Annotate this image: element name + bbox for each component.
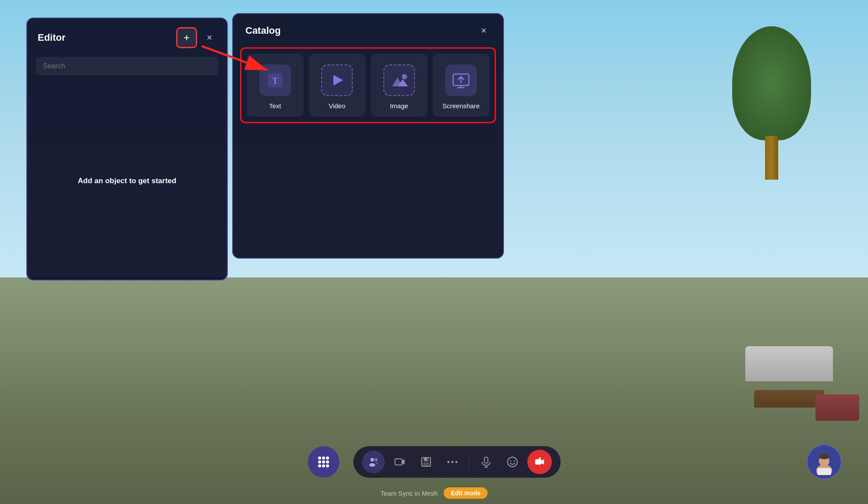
- catalog-items-grid: T Text Video: [247, 54, 489, 117]
- catalog-title: Catalog: [245, 25, 281, 36]
- svg-point-17: [326, 461, 329, 464]
- svg-point-18: [318, 465, 321, 468]
- svg-rect-39: [535, 459, 541, 465]
- screenshare-icon-container: [445, 64, 477, 96]
- ottoman: [815, 394, 859, 421]
- image-icon-container: [383, 64, 415, 96]
- svg-text:T: T: [272, 75, 278, 86]
- svg-point-23: [375, 458, 377, 461]
- grid-dots-button[interactable]: [308, 446, 339, 478]
- coffee-table: [754, 390, 824, 408]
- editor-header-actions: + ×: [176, 27, 216, 48]
- plus-icon: +: [184, 32, 190, 44]
- svg-rect-28: [423, 462, 429, 466]
- svg-point-7: [402, 74, 407, 79]
- tree-crown: [732, 26, 811, 140]
- more-icon: [446, 460, 458, 464]
- svg-rect-24: [395, 459, 402, 465]
- camera-button[interactable]: [388, 451, 411, 473]
- grid-dots-icon: [316, 454, 331, 469]
- screenshare-item-label: Screenshare: [443, 102, 480, 110]
- svg-point-31: [451, 461, 453, 463]
- toolbar-bar: [353, 446, 560, 478]
- video-icon: [327, 71, 347, 90]
- svg-point-21: [370, 458, 374, 461]
- avatar-icon: [811, 449, 837, 475]
- editor-title: Editor: [38, 32, 66, 43]
- svg-point-15: [318, 461, 321, 464]
- svg-point-36: [507, 457, 517, 467]
- more-button[interactable]: [441, 451, 464, 473]
- text-icon-container: T: [259, 64, 291, 96]
- svg-point-30: [447, 461, 450, 463]
- bottom-toolbar: [308, 446, 560, 478]
- editor-close-button[interactable]: ×: [202, 31, 216, 45]
- toolbar-divider: [469, 455, 469, 469]
- people-button[interactable]: [362, 451, 385, 473]
- video-icon-container: [321, 64, 353, 96]
- emoji-button[interactable]: [501, 451, 524, 473]
- status-bar: Team Sync in Mesh Edit mode: [380, 487, 488, 499]
- save-icon: [420, 456, 432, 468]
- screenshare-icon: [451, 71, 471, 90]
- people-icon: [368, 456, 379, 468]
- image-icon: [390, 71, 409, 90]
- editor-search-input[interactable]: [36, 57, 218, 75]
- catalog-item-image[interactable]: Image: [371, 54, 428, 117]
- svg-point-19: [322, 465, 325, 468]
- svg-rect-33: [484, 457, 488, 463]
- svg-marker-4: [333, 75, 343, 85]
- svg-rect-29: [424, 458, 426, 461]
- editor-empty-message: Add an object to get started: [27, 82, 227, 280]
- svg-rect-45: [817, 468, 831, 475]
- background-furniture: [745, 346, 833, 381]
- svg-point-20: [326, 465, 329, 468]
- svg-point-12: [318, 457, 321, 460]
- text-icon: T: [266, 71, 285, 90]
- svg-point-22: [369, 463, 375, 467]
- svg-point-16: [322, 461, 325, 464]
- team-sync-text: Team Sync in Mesh: [380, 490, 438, 497]
- catalog-panel: Catalog × T Text: [232, 13, 504, 259]
- avatar-button[interactable]: [807, 444, 842, 479]
- svg-marker-40: [541, 459, 544, 465]
- tree-trunk: [765, 136, 778, 180]
- image-item-label: Image: [390, 102, 408, 110]
- camera-icon: [394, 456, 405, 468]
- save-button[interactable]: [415, 451, 437, 473]
- svg-point-37: [510, 461, 511, 462]
- sofa: [745, 346, 833, 381]
- close-icon: ×: [207, 32, 213, 43]
- svg-point-32: [455, 461, 457, 463]
- svg-rect-41: [539, 458, 541, 460]
- catalog-item-video[interactable]: Video: [309, 54, 366, 117]
- close-icon: ×: [481, 25, 487, 36]
- edit-mode-badge[interactable]: Edit mode: [444, 487, 488, 499]
- mic-icon: [480, 456, 492, 468]
- mic-button[interactable]: [475, 451, 497, 473]
- catalog-close-button[interactable]: ×: [477, 24, 491, 38]
- editor-header: Editor + ×: [27, 18, 227, 57]
- video-item-label: Video: [329, 102, 345, 110]
- catalog-items-highlighted: T Text Video: [240, 47, 496, 123]
- editor-panel: Editor + × Add an object to get started: [26, 18, 228, 280]
- svg-point-38: [514, 461, 515, 462]
- add-object-button[interactable]: +: [176, 27, 197, 48]
- svg-point-14: [326, 457, 329, 460]
- background-tree: [728, 26, 815, 180]
- record-icon: [534, 456, 545, 468]
- catalog-header: Catalog ×: [233, 14, 503, 47]
- catalog-item-text[interactable]: T Text: [247, 54, 304, 117]
- emoji-icon: [507, 456, 518, 468]
- svg-point-13: [322, 457, 325, 460]
- catalog-item-screenshare[interactable]: Screenshare: [433, 54, 490, 117]
- text-item-label: Text: [269, 102, 281, 110]
- record-button[interactable]: [527, 450, 552, 474]
- svg-point-44: [819, 454, 829, 459]
